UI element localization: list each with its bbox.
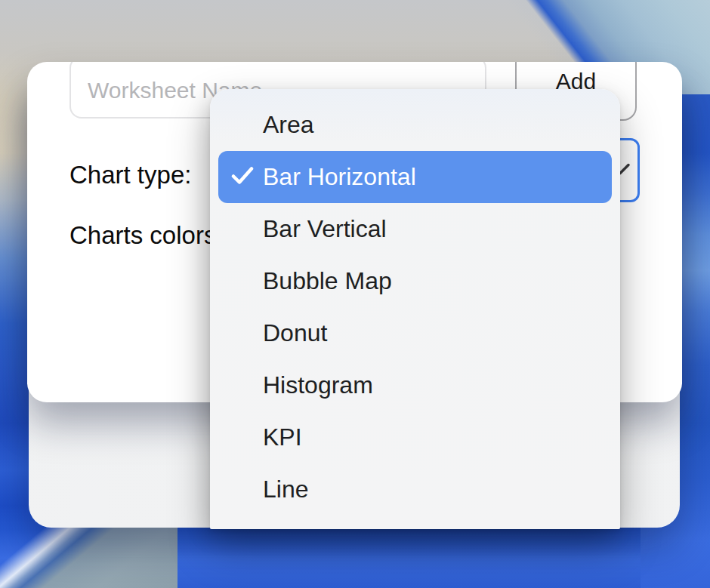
dropdown-item-label: Bar Vertical <box>263 215 387 243</box>
dropdown-item-label: Histogram <box>263 371 373 399</box>
chart-type-dropdown-menu: Area Bar Horizontal Bar Vertical Bubble … <box>210 89 620 529</box>
desktop: Add Chart type: Charts colors: Area Bar … <box>0 0 710 588</box>
dropdown-item-area[interactable]: Area <box>218 99 612 151</box>
checkmark-icon <box>231 163 254 191</box>
dropdown-item-bubble-map[interactable]: Bubble Map <box>218 255 612 307</box>
dropdown-item-histogram[interactable]: Histogram <box>218 359 612 411</box>
dropdown-item-kpi[interactable]: KPI <box>218 411 612 463</box>
dropdown-item-label: KPI <box>263 423 302 451</box>
dropdown-item-label: Line <box>263 476 309 503</box>
dropdown-item-label: Donut <box>263 319 327 347</box>
charts-colors-label: Charts colors: <box>69 219 224 252</box>
dropdown-item-bar-horizontal[interactable]: Bar Horizontal <box>218 151 612 203</box>
dropdown-item-label: Bubble Map <box>263 267 392 295</box>
dropdown-item-line[interactable]: Line <box>218 463 612 516</box>
dropdown-item-label: Area <box>263 111 314 139</box>
dropdown-item-bar-vertical[interactable]: Bar Vertical <box>218 203 612 255</box>
dropdown-item-label: Bar Horizontal <box>263 163 416 191</box>
chart-type-label: Chart type: <box>69 159 191 192</box>
dropdown-item-donut[interactable]: Donut <box>218 307 612 359</box>
